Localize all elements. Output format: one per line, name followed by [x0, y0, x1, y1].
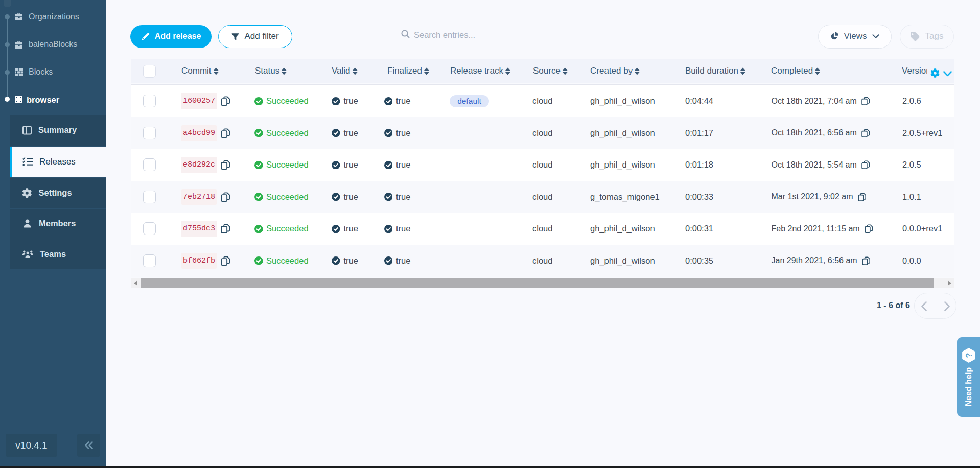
svg-text:?: ?: [964, 353, 973, 358]
